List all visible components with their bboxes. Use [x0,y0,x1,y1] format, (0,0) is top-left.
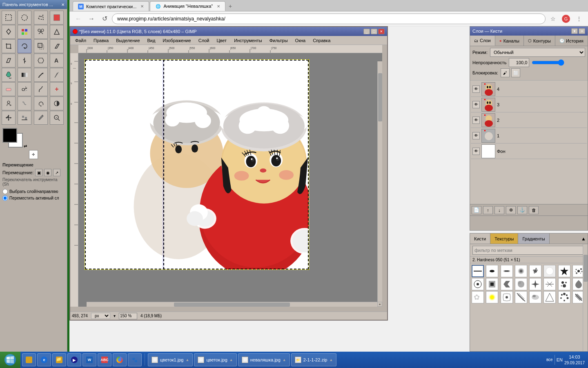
delete-layer-btn[interactable]: 🗑 [529,206,539,214]
tab-close-1[interactable]: ✕ [140,4,144,9]
lower-layer-btn[interactable]: ↓ [494,206,504,214]
unit-selector[interactable]: px mm [91,313,110,319]
anchor-layer-btn[interactable]: ⚓ [517,206,527,214]
tool-clone[interactable]: + [2,96,16,110]
tab-channels[interactable]: ● Каналы [495,36,524,46]
menu-select[interactable]: Выделение [113,37,143,44]
tool-foreground-select[interactable] [50,25,64,39]
reload-btn[interactable]: ↺ [99,13,110,25]
brush-item-1[interactable] [472,265,484,277]
tab-textures[interactable]: Текстуры [490,233,518,244]
tool-eraser[interactable] [2,82,16,96]
brush-item-12[interactable] [515,278,527,290]
new-layer-btn[interactable]: 📄 [472,206,481,214]
tool-select-by-color[interactable] [18,25,31,39]
brush-item-13[interactable] [529,278,541,290]
move-icon2[interactable]: ◉ [44,169,51,176]
tool-smudge[interactable] [18,96,31,110]
toolbox-close-btn[interactable]: ✕ [61,2,65,7]
tool-ellipse-select[interactable] [18,11,31,25]
brushes-scroll-thumb[interactable] [584,255,588,282]
brush-item-23[interactable] [558,291,570,303]
layer-item-3[interactable]: 👁 3 [471,97,587,112]
duplicate-layer-btn[interactable]: ⊕ [506,206,516,214]
tab-layers[interactable]: 🗂 Слои [470,36,495,46]
tab-close-2[interactable]: ✕ [217,4,220,9]
layers-panel-close[interactable]: ✕ [579,28,585,34]
canvas-scrollbar-h[interactable] [87,302,377,307]
tool-scale[interactable] [34,39,48,53]
tool-cage[interactable] [34,54,48,67]
taskbar-item-chrome[interactable] [113,353,127,366]
taskbar-item-explorer2[interactable]: 📁 [52,353,66,366]
zoom-input[interactable] [119,313,137,319]
menu-btn[interactable]: ⋮ [573,13,585,25]
move-icon3[interactable]: ↗ [53,169,60,176]
tool-desaturate[interactable] [50,96,64,110]
tool-paintbrush[interactable] [50,68,64,82]
brush-item-18[interactable] [486,291,498,303]
lock-alpha-btn[interactable]: ⬜ [511,68,520,77]
canvas-viewport[interactable]: + [78,53,382,307]
taskbar-item-ie[interactable]: e [37,353,51,366]
brush-item-11[interactable] [501,278,513,290]
scroll-thumb-horizontal[interactable] [174,303,290,307]
tool-blend[interactable] [18,68,31,82]
lock-pixels-btn[interactable]: 🖌 [501,68,510,77]
menu-color[interactable]: Цвет [213,37,230,44]
layer-item-1[interactable]: 👁 1 [471,128,587,144]
scroll-thumb-vertical[interactable] [378,73,382,121]
brush-item-3[interactable] [501,265,513,277]
menu-filters[interactable]: Фильтры [266,37,291,44]
brushes-panel-expand[interactable]: ▲ [579,233,588,244]
menu-tools[interactable]: Инструменты [231,37,265,44]
menu-image[interactable]: Изображение [159,37,194,44]
tab-brushes[interactable]: Кисти [470,233,490,244]
brush-item-7[interactable] [558,265,570,277]
tool-rotate[interactable] [18,39,31,53]
layer-visibility-3[interactable]: 👁 [472,101,480,108]
canvas-corner[interactable]: + [377,302,382,307]
menu-file[interactable]: Файл [72,37,89,44]
swap-colors-btn[interactable]: ⇄ [24,144,27,148]
gimp-maximize-btn[interactable]: □ [371,29,377,34]
layer-item-fon[interactable]: 👁 Фон [471,144,587,159]
blend-mode-select[interactable]: Обычный Умножение Экран [490,48,585,57]
tool-rect-select[interactable] [2,11,16,25]
tray-lang[interactable]: EN [557,357,563,362]
new-tab-btn[interactable]: + [225,1,235,11]
brush-item-20[interactable] [515,291,527,303]
brush-item-21[interactable] [529,291,541,303]
opacity-input[interactable] [509,58,529,67]
tool-shear[interactable] [50,39,64,53]
tab-komplekt[interactable]: M Комплект практически... ✕ [73,1,149,11]
tool-scissors[interactable] [34,25,48,39]
taskbar-nevalyashka[interactable]: 🖼 неваляшка.jpg ▲ [238,353,290,366]
layer-visibility-fon[interactable]: 👁 [472,148,480,155]
taskbar-item-explorer[interactable] [22,353,36,366]
forward-btn[interactable]: → [86,13,97,25]
menu-edit[interactable]: Правка [90,37,112,44]
tab-nevalyashka[interactable]: 🌐 Анимация "Неваляшка" ✕ [150,1,225,11]
tab-history[interactable]: 🕐 История [555,36,588,46]
foreground-color[interactable] [2,128,17,143]
opacity-slider[interactable] [532,59,564,66]
taskbar-zip[interactable]: 📁 2-1-1-22.zip ▲ [291,353,337,366]
taskbar-item-gimp[interactable]: 🐾 [128,353,142,366]
tool-flip[interactable] [18,54,31,67]
radio-move-active[interactable]: Переместить активный сл [2,195,65,201]
gimp-minimize-btn[interactable]: _ [363,29,370,34]
bookmark-btn[interactable]: ☆ [547,13,559,25]
taskbar-item-word2[interactable]: ABC [98,353,111,366]
back-btn[interactable]: ← [73,13,84,25]
tab-gradients[interactable]: Градиенты [518,233,549,244]
tool-fuzzy-select[interactable] [2,25,16,39]
tool-free-select[interactable] [34,11,48,25]
tool-align[interactable] [18,111,31,125]
layer-visibility-4[interactable]: 👁 [472,85,480,93]
start-button[interactable] [0,352,20,368]
menu-view[interactable]: Вид [144,37,159,44]
brush-item-4[interactable] [515,265,527,277]
tool-crop[interactable] [2,39,16,53]
tool-pencil[interactable] [34,68,48,82]
